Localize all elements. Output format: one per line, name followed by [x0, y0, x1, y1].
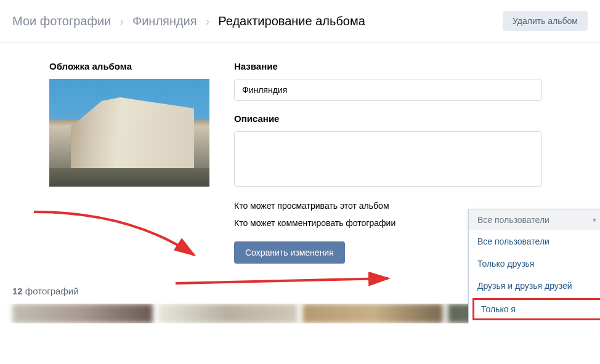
dropdown-option-fof[interactable]: Друзья и друзья друзей: [469, 275, 600, 297]
breadcrumb: Мои фотографии › Финляндия › Редактирова…: [12, 14, 365, 28]
privacy-dropdown: Все пользователи ▼ Все пользователи Толь…: [468, 209, 600, 323]
photo-thumbnail[interactable]: [158, 304, 298, 323]
dropdown-option-friends[interactable]: Только друзья: [469, 253, 600, 275]
perm-comment-label: Кто может комментировать фотографии: [234, 218, 395, 228]
breadcrumb-root[interactable]: Мои фотографии: [12, 14, 111, 28]
save-button[interactable]: Сохранить изменения: [234, 241, 345, 264]
photos-count: 12 фотографий: [12, 286, 79, 296]
breadcrumb-current: Редактирование альбома: [218, 14, 365, 28]
photo-thumbnail[interactable]: [12, 304, 153, 323]
dropdown-option-onlyme[interactable]: Только я: [472, 298, 600, 320]
dropdown-selected[interactable]: Все пользователи ▼: [469, 209, 600, 230]
title-label: Название: [234, 61, 542, 71]
edit-form: Обложка альбома Название Описание Кто мо…: [0, 42, 600, 276]
header: Мои фотографии › Финляндия › Редактирова…: [0, 0, 600, 42]
desc-textarea[interactable]: [234, 131, 542, 187]
breadcrumb-album[interactable]: Финляндия: [132, 14, 197, 28]
chevron-right-icon: ›: [120, 14, 124, 28]
cover-label: Обложка альбома: [49, 61, 209, 71]
photo-thumbnail[interactable]: [302, 304, 443, 323]
dropdown-option-except[interactable]: Все, кроме..: [469, 322, 600, 323]
delete-album-button[interactable]: Удалить альбом: [503, 11, 588, 31]
perm-view-label: Кто может просматривать этот альбом: [234, 201, 389, 211]
caret-down-icon: ▼: [591, 217, 598, 224]
album-cover-image[interactable]: [49, 79, 209, 187]
dropdown-option-all[interactable]: Все пользователи: [469, 230, 600, 253]
chevron-right-icon: ›: [206, 14, 210, 28]
title-input[interactable]: [234, 79, 542, 101]
desc-label: Описание: [234, 113, 542, 124]
dropdown-selected-label: Все пользователи: [477, 215, 549, 225]
